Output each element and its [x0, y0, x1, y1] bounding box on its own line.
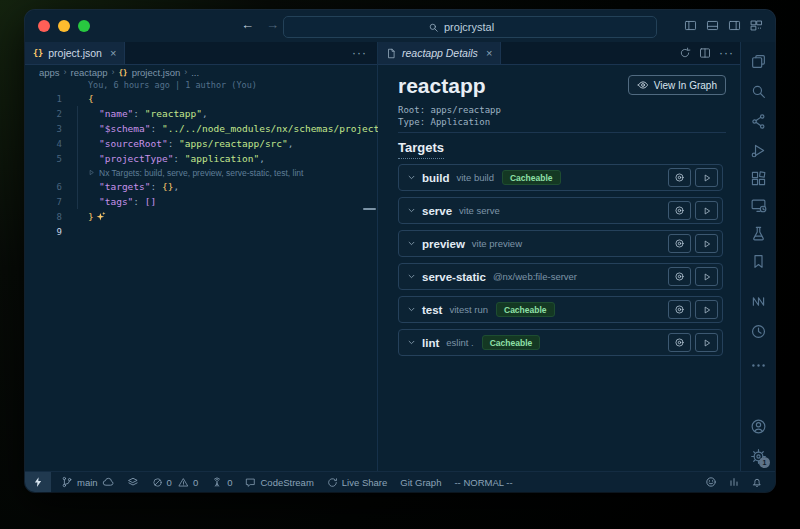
activity-sc-icon[interactable] [741, 113, 775, 130]
activity-search-icon[interactable] [741, 83, 775, 100]
code-token: "projectType" [99, 153, 173, 164]
ports-status[interactable]: 0 [211, 476, 232, 488]
breadcrumb-item[interactable]: apps [39, 67, 60, 78]
code-token: { [88, 93, 94, 104]
breadcrumb-item[interactable]: reactapp [71, 67, 108, 78]
refresh-icon[interactable] [679, 47, 691, 59]
chevron-down-icon[interactable] [406, 337, 417, 348]
nav-forward-icon[interactable]: → [266, 17, 279, 32]
target-row-serve[interactable]: servevite serve [398, 197, 723, 224]
activity-ext-icon[interactable] [741, 170, 775, 187]
gitlens-blame[interactable]: You, 6 hours ago | 1 author (You) [25, 78, 377, 91]
zoom-window-button[interactable] [78, 20, 90, 32]
problems-status[interactable]: 0 0 [152, 477, 199, 488]
split-editor-icon[interactable] [699, 47, 711, 59]
code-line[interactable]: 1{ [25, 91, 377, 106]
tab-project-json[interactable]: {} project.json × [25, 42, 125, 64]
view-in-graph-button[interactable]: View In Graph [628, 75, 726, 95]
codestream-icon [245, 477, 256, 488]
code-token: , [259, 153, 265, 164]
breadcrumb-item[interactable]: ... [191, 67, 199, 78]
show-target-config-button[interactable] [668, 333, 691, 352]
chevron-down-icon[interactable] [406, 238, 417, 249]
toggle-secondary-sidebar-icon[interactable] [728, 19, 741, 32]
close-tab-icon[interactable]: × [110, 47, 116, 59]
branch-status[interactable]: main [61, 476, 114, 488]
indent-guide [77, 106, 78, 209]
activity-remote-icon[interactable] [741, 197, 775, 214]
activity-more-icon[interactable] [741, 357, 775, 374]
show-target-config-button[interactable] [668, 267, 691, 286]
project-root: Root: apps/reactapp [398, 104, 501, 116]
show-target-config-button[interactable] [668, 201, 691, 220]
minimize-window-button[interactable] [58, 20, 70, 32]
error-icon [152, 477, 163, 488]
show-target-config-button[interactable] [668, 234, 691, 253]
target-row-preview[interactable]: previewvite preview [398, 230, 723, 257]
breadcrumb[interactable]: apps›reactapp›{}project.json›... [25, 65, 377, 79]
code-token: : [133, 196, 144, 207]
nav-back-icon[interactable]: ← [241, 17, 254, 32]
target-row-build[interactable]: buildvite buildCacheable [398, 164, 723, 191]
tab-overflow-icon[interactable]: ··· [352, 42, 367, 64]
window-controls[interactable] [38, 20, 90, 32]
line-number: 2 [25, 109, 62, 119]
show-target-config-button[interactable] [668, 300, 691, 319]
tab-reactapp-details[interactable]: reactapp Details × [378, 42, 501, 64]
run-target-button[interactable] [695, 168, 718, 187]
activity-debug-icon[interactable] [741, 142, 775, 159]
notifications-bell-icon[interactable] [751, 476, 763, 488]
target-row-serve-static[interactable]: serve-static@nx/web:file-server [398, 263, 723, 290]
code-token: , [288, 138, 294, 149]
breadcrumb-separator: › [64, 67, 67, 77]
more-actions-icon[interactable]: ··· [719, 46, 734, 60]
run-target-button[interactable] [695, 300, 718, 319]
live-share-status[interactable]: Live Share [327, 477, 387, 488]
activity-nx-icon[interactable] [741, 293, 775, 310]
toggle-panel-icon[interactable] [706, 19, 719, 32]
tab-bar-right: reactapp Details × ··· [378, 42, 740, 65]
codestream-status[interactable]: CodeStream [245, 477, 313, 488]
toggle-primary-sidebar-icon[interactable] [684, 19, 697, 32]
target-row-lint[interactable]: linteslint .Cacheable [398, 329, 723, 356]
code-line[interactable]: 9 [25, 224, 377, 239]
feedback-icon[interactable] [705, 476, 717, 488]
run-target-button[interactable] [695, 333, 718, 352]
breadcrumb-item[interactable]: project.json [132, 67, 181, 78]
code-line[interactable]: 8} [25, 209, 377, 224]
activity-files-icon[interactable] [741, 53, 775, 70]
run-status[interactable] [127, 476, 139, 488]
chevron-down-icon[interactable] [406, 304, 417, 315]
close-tab-icon[interactable]: × [486, 47, 492, 59]
chevron-down-icon[interactable] [406, 271, 417, 282]
target-name: serve [422, 205, 452, 217]
code-token: "$schema" [99, 123, 150, 134]
stats-icon[interactable] [728, 476, 740, 488]
activity-beaker-icon[interactable] [741, 225, 775, 242]
run-target-button[interactable] [695, 201, 718, 220]
activity-gear-icon[interactable]: 1 [741, 448, 775, 465]
code-token: {} [162, 181, 173, 192]
cacheable-badge: Cacheable [502, 170, 561, 185]
customize-layout-icon[interactable] [750, 19, 763, 32]
show-target-config-button[interactable] [668, 168, 691, 187]
remote-indicator[interactable] [25, 472, 51, 492]
chevron-down-icon[interactable] [406, 205, 417, 216]
activity-bookmark-icon[interactable] [741, 253, 775, 270]
close-window-button[interactable] [38, 20, 50, 32]
activity-account-icon[interactable] [741, 418, 775, 435]
vim-mode-status[interactable]: -- NORMAL -- [454, 477, 512, 488]
run-target-button[interactable] [695, 234, 718, 253]
git-graph-status[interactable]: Git Graph [400, 477, 441, 488]
code-token: "reactapp" [145, 108, 202, 119]
command-center-search[interactable] [283, 16, 657, 38]
search-input[interactable] [444, 21, 512, 33]
run-target-button[interactable] [695, 267, 718, 286]
sash-handle[interactable] [363, 208, 376, 210]
chevron-down-icon[interactable] [406, 172, 417, 183]
line-number: 7 [25, 197, 62, 207]
target-row-test[interactable]: testvitest runCacheable [398, 296, 723, 323]
code-token: "targets" [99, 181, 150, 192]
activity-clock-icon[interactable] [741, 323, 775, 340]
line-number: 8 [25, 212, 62, 222]
